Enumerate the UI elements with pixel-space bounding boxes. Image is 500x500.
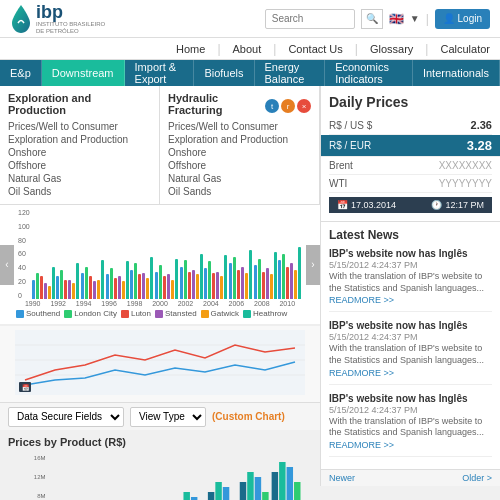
nav-sep4: | [425,42,428,56]
tab-energy-balance[interactable]: Energy Balance [255,60,326,86]
news-title-1: IBP's website now has Inglês [329,320,492,331]
menu-item-r5[interactable]: Oil Sands [168,185,311,198]
x-label-0: 1990 [20,300,45,307]
readmore-0[interactable]: READMORE >> [329,295,492,305]
bar-5-3 [167,274,170,299]
language-selector[interactable]: ▼ [410,13,420,24]
svg-rect-37 [215,482,221,500]
daily-prices-section: Daily Prices R$ / US $ 2.36 R$ / EUR 3.2… [321,86,500,222]
bar-0-1 [36,273,39,299]
x-label-4: 1998 [122,300,147,307]
legend-label-0: Southend [26,309,60,318]
menu-item-3[interactable]: Offshore [8,159,151,172]
bar-group-5 [155,259,179,299]
price-value-eur: 3.28 [467,138,492,153]
bar-8-0 [229,263,232,299]
bar-7-2 [212,273,215,299]
svg-rect-49 [294,482,300,500]
bar-group-7 [204,255,228,299]
price-row-wti: WTI YYYYYYYY [329,175,492,193]
chart-prev-button[interactable]: ‹ [0,245,14,285]
nav-sep2: | [273,42,276,56]
bar-8-1 [233,257,236,299]
bar-2-4 [97,280,100,300]
legend-label-5: Heathrow [253,309,287,318]
tab-downstream[interactable]: Downstream [42,60,125,86]
bar-4-0 [130,270,133,299]
search-button[interactable]: 🔍 [361,9,383,29]
time-value: 12:17 PM [445,200,484,210]
clock-icon: 🕐 [431,200,442,210]
main-left-panel: Exploration and Production Prices/Well t… [0,86,320,486]
menu-item-r1[interactable]: Exploration and Production [168,133,311,146]
bar-8-3 [241,267,244,300]
menu-item-r0[interactable]: Prices/Well to Consumer [168,120,311,133]
menu-item-4[interactable]: Natural Gas [8,172,151,185]
nav-glossary[interactable]: Glossary [370,43,413,55]
menu-title-exploration: Exploration and Production [8,92,151,116]
search-input[interactable] [265,9,355,29]
logo-area: ibp INSTITUTO BRASILEIRO DE PETRÓLEO [10,3,106,35]
bar-1-5 [76,263,79,299]
nav-home[interactable]: Home [176,43,205,55]
tab-import-export[interactable]: Import & Export [125,60,195,86]
nav-calculator[interactable]: Calculator [440,43,490,55]
menu-item-r4[interactable]: Natural Gas [168,172,311,185]
chart-next-button[interactable]: › [306,245,320,285]
bar-5-4 [171,280,174,300]
legend-item-5: Heathrow [243,309,287,318]
bar-7-4 [220,276,223,299]
legend-item-4: Gatwick [201,309,239,318]
tab-ep[interactable]: E&p [0,60,42,86]
svg-rect-42 [247,472,253,500]
login-button[interactable]: 👤 Login [435,9,490,29]
legend-label-1: London City [74,309,117,318]
bar-6-0 [180,267,183,300]
close-icon-button[interactable]: × [297,99,311,113]
menu-item-r3[interactable]: Offshore [168,159,311,172]
share-icon-button[interactable]: t [265,99,279,113]
date-display: 📅 17.03.2014 [337,200,396,210]
svg-rect-36 [208,492,214,500]
product-chart-title: Prices by Product (R$) [8,436,312,448]
bar-9-3 [266,268,269,299]
bar-7-3 [216,272,219,299]
svg-text:📅: 📅 [22,384,30,392]
bar-2-0 [81,273,84,299]
tab-biofuels[interactable]: Biofuels [194,60,254,86]
bar-7-5 [224,255,227,299]
bar-5-1 [159,265,162,299]
nav-contact[interactable]: Contact Us [288,43,342,55]
svg-rect-46 [272,472,278,500]
bar-0-4 [48,286,51,299]
x-label-2: 1994 [71,300,96,307]
data-source-select[interactable]: Data Secure Fields [8,407,124,427]
bar-1-2 [64,280,67,300]
news-date-2: 5/15/2012 4:24:37 PM [329,405,492,415]
bar-group-1 [56,263,80,299]
tab-internationals[interactable]: Internationals [413,60,500,86]
nav-about[interactable]: About [233,43,262,55]
older-button[interactable]: Older > [462,473,492,483]
price-label-usd: R$ / US $ [329,120,372,131]
flag-icon: 🇬🇧 [389,12,404,26]
menu-item-1[interactable]: Exploration and Production [8,133,151,146]
bar-6-4 [196,274,199,299]
view-type-select[interactable]: View Type [130,407,206,427]
menu-item-5[interactable]: Oil Sands [8,185,151,198]
menu-item-r2[interactable]: Onshore [168,146,311,159]
bar-9-5 [274,252,277,299]
menu-item-2[interactable]: Onshore [8,146,151,159]
menu-item-0[interactable]: Prices/Well to Consumer [8,120,151,133]
newer-button[interactable]: Newer [329,473,355,483]
tab-economics[interactable]: Economics Indicators [325,60,413,86]
x-label-8: 2006 [224,300,249,307]
bar-3-0 [106,274,109,299]
bar-group-9 [254,252,278,299]
readmore-2[interactable]: READMORE >> [329,440,492,450]
readmore-1[interactable]: READMORE >> [329,368,492,378]
bar-3-5 [126,261,129,299]
bar-8-2 [237,270,240,299]
rss-icon-button[interactable]: r [281,99,295,113]
menu-icon-group: t r × [265,99,311,113]
